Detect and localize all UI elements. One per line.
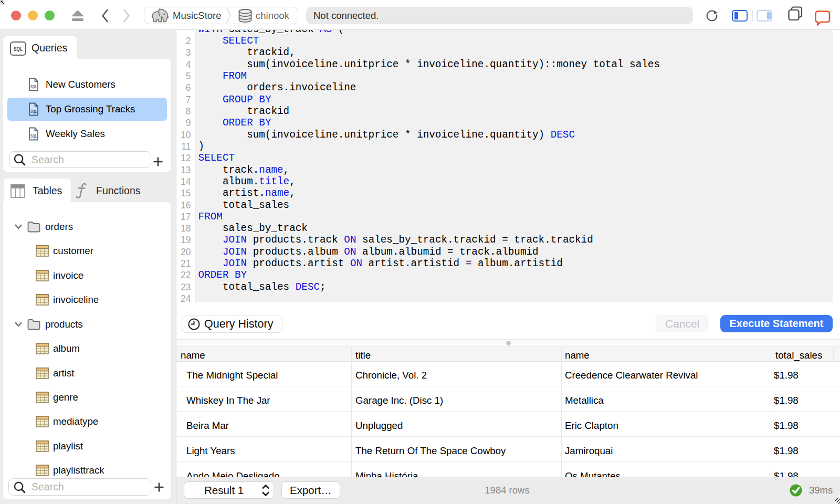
svg-text:SQL: SQL [14, 46, 23, 52]
svg-text:SQL: SQL [30, 133, 37, 139]
svg-text:SQL: SQL [30, 84, 37, 89]
svg-text:SQL: SQL [30, 109, 37, 114]
